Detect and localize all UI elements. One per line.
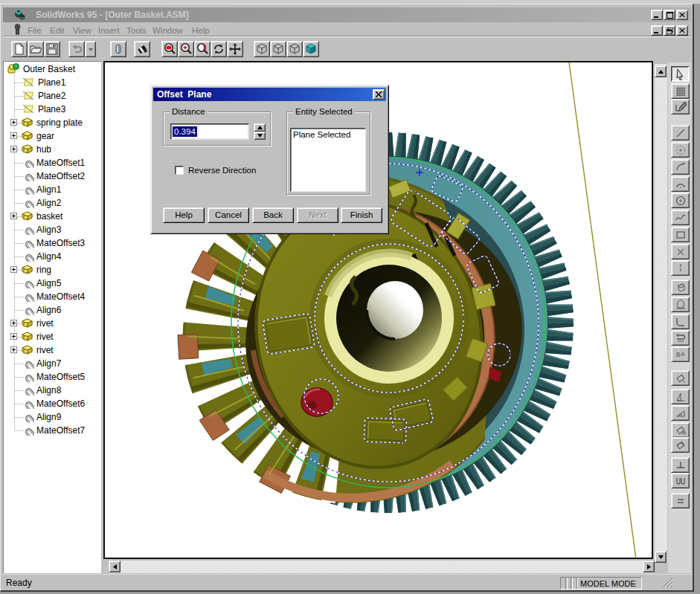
svg-text:%: % <box>681 430 686 436</box>
